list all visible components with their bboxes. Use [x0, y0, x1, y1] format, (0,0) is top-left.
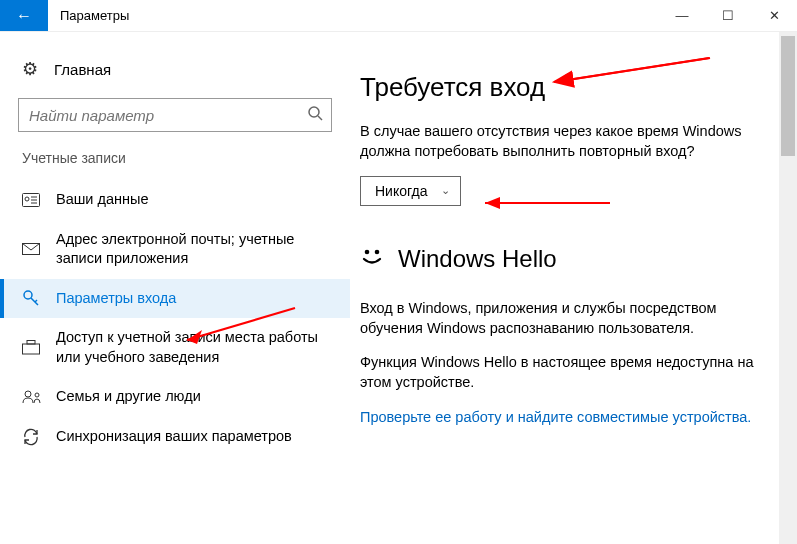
- people-icon: [22, 390, 48, 404]
- sidebar-item-label: Параметры входа: [56, 289, 176, 309]
- maximize-icon: ☐: [722, 8, 734, 23]
- scroll-thumb[interactable]: [781, 36, 795, 156]
- svg-point-14: [35, 393, 39, 397]
- titlebar: ← Параметры — ☐ ✕: [0, 0, 797, 32]
- sidebar-item-label: Синхронизация ваших параметров: [56, 427, 292, 447]
- briefcase-icon: [22, 340, 48, 355]
- sidebar-item-sync[interactable]: Синхронизация ваших параметров: [0, 417, 350, 457]
- window-title: Параметры: [48, 0, 141, 31]
- sidebar-item-label: Доступ к учетной записи места работы или…: [56, 328, 332, 367]
- sidebar-item-signin-options[interactable]: Параметры входа: [0, 279, 350, 319]
- close-icon: ✕: [769, 8, 780, 23]
- close-button[interactable]: ✕: [751, 0, 797, 31]
- svg-point-0: [309, 107, 319, 117]
- minimize-icon: —: [676, 8, 689, 23]
- sidebar-item-family[interactable]: Семья и другие люди: [0, 377, 350, 417]
- sync-icon: [22, 428, 48, 446]
- svg-point-16: [375, 249, 380, 254]
- svg-point-13: [25, 391, 31, 397]
- main-panel: Требуется вход В случае вашего отсутстви…: [350, 32, 797, 544]
- select-value: Никогда: [375, 183, 427, 199]
- sidebar-item-work-access[interactable]: Доступ к учетной записи места работы или…: [0, 318, 350, 377]
- sidebar-section-label: Учетные записи: [0, 150, 350, 180]
- svg-rect-11: [23, 344, 40, 354]
- sidebar-item-label: Адрес электронной почты; учетные записи …: [56, 230, 332, 269]
- sidebar-item-label: Семья и другие люди: [56, 387, 201, 407]
- mail-icon: [22, 243, 48, 255]
- chevron-down-icon: ⌄: [441, 184, 450, 197]
- svg-line-1: [318, 116, 322, 120]
- svg-point-3: [25, 197, 29, 201]
- gear-icon: ⚙: [22, 58, 38, 80]
- scrollbar[interactable]: [779, 32, 797, 544]
- svg-rect-12: [27, 341, 35, 345]
- search-input[interactable]: [27, 106, 307, 125]
- signin-question: В случае вашего отсутствия через какое в…: [360, 121, 777, 162]
- smiley-icon: [360, 244, 384, 274]
- search-box[interactable]: [18, 98, 332, 132]
- hello-para-1: Вход в Windows, приложения и службы поср…: [360, 298, 777, 339]
- sidebar-item-label: Ваши данные: [56, 190, 149, 210]
- sidebar-item-your-info[interactable]: Ваши данные: [0, 180, 350, 220]
- search-icon: [307, 105, 323, 125]
- minimize-button[interactable]: —: [659, 0, 705, 31]
- sidebar: ⚙ Главная Учетные записи Ваши данные Адр…: [0, 32, 350, 544]
- arrow-left-icon: ←: [16, 7, 32, 25]
- key-icon: [22, 289, 48, 307]
- hello-heading: Windows Hello: [398, 245, 557, 273]
- id-card-icon: [22, 193, 48, 207]
- home-label: Главная: [54, 61, 111, 78]
- sidebar-item-email[interactable]: Адрес электронной почты; учетные записи …: [0, 220, 350, 279]
- hello-para-2: Функция Windows Hello в настоящее время …: [360, 352, 777, 393]
- signin-heading: Требуется вход: [360, 72, 777, 103]
- svg-point-15: [365, 249, 370, 254]
- svg-line-10: [35, 300, 37, 302]
- maximize-button[interactable]: ☐: [705, 0, 751, 31]
- sidebar-home[interactable]: ⚙ Главная: [0, 50, 350, 94]
- back-button[interactable]: ←: [0, 0, 48, 31]
- hello-compat-link[interactable]: Проверьте ее работу и найдите совместимы…: [360, 409, 751, 425]
- signin-timeout-select[interactable]: Никогда ⌄: [360, 176, 461, 206]
- svg-point-8: [24, 291, 32, 299]
